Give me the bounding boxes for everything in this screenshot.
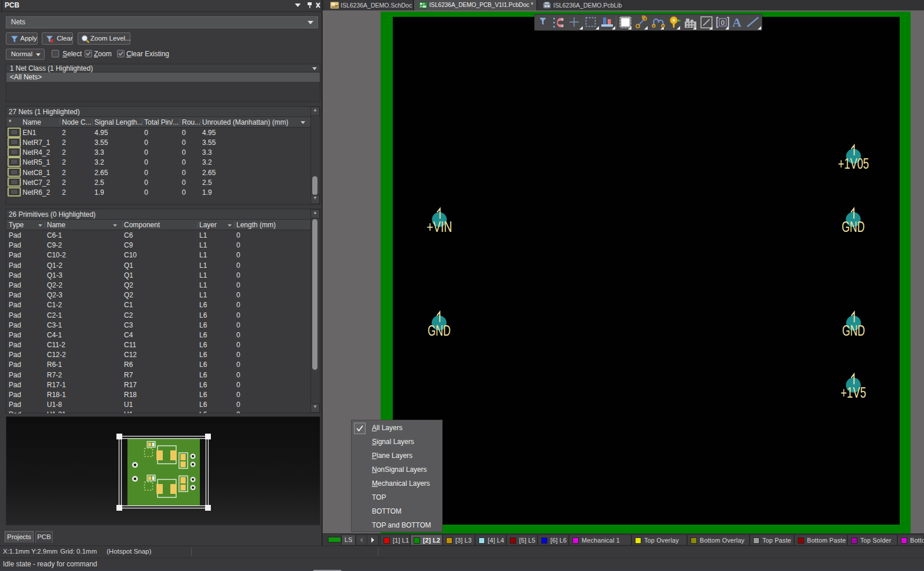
- svg-text:GND: GND: [842, 218, 865, 235]
- svg-text:GND: GND: [428, 322, 451, 339]
- svg-text:+1V05: +1V05: [838, 155, 870, 172]
- svg-text:GND: GND: [842, 322, 865, 339]
- svg-text:0: 0: [721, 19, 724, 26]
- svg-text:+VIN: +VIN: [426, 218, 452, 235]
- svg-text:A: A: [732, 15, 742, 30]
- svg-text:+1V5: +1V5: [841, 384, 866, 401]
